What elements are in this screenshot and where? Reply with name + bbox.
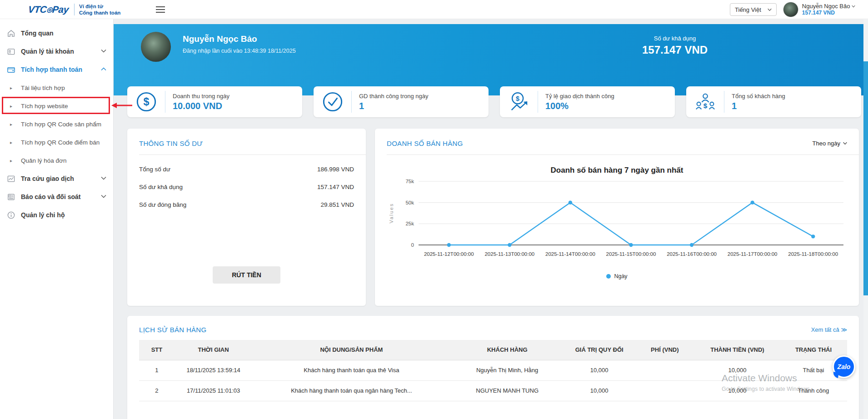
svg-text:2025-11-15T00:00:00: 2025-11-15T00:00:00	[606, 251, 656, 257]
svg-text:25k: 25k	[405, 221, 414, 226]
svg-text:$: $	[143, 96, 149, 108]
report-icon	[6, 192, 15, 201]
double-chevron-right-icon: ≫	[841, 326, 847, 333]
sales-history-panel: LỊCH SỬ BÁN HÀNG Xem tất cả ≫ STT THỜI G…	[127, 316, 859, 419]
avatar	[783, 2, 798, 17]
stat-card-success-rate: $ Tỷ lệ giao dịch thành công 100%	[500, 86, 675, 117]
logo-divider	[74, 4, 75, 15]
banner-last-login: Đăng nhập lần cuối vào 13:48:39 18/11/20…	[183, 48, 296, 54]
dollar-rate-icon: $	[500, 91, 538, 113]
stat-card-revenue: $ Doanh thu trong ngày 10.000 VND	[127, 86, 302, 117]
svg-text:2025-11-14T00:00:00: 2025-11-14T00:00:00	[545, 251, 595, 257]
table-header-row: STT THỜI GIAN NỘI DUNG/SẢN PHẨM KHÁCH HÀ…	[139, 340, 847, 360]
menu-toggle-icon[interactable]	[156, 6, 165, 13]
account-card-icon	[6, 47, 15, 56]
status-badge: Thành công	[780, 380, 847, 401]
col-status: TRẠNG THÁI	[780, 340, 847, 360]
banner-user-name: Nguyễn Ngọc Bảo	[183, 34, 257, 44]
balance-row-total: Tổng số dư 186.998 VND	[139, 166, 354, 173]
sidebar-item-quan-ly-tai-khoan[interactable]: Quản lý tài khoản	[0, 43, 114, 60]
logo-tagline: Ví điện tử Cổng thanh toán	[79, 3, 120, 16]
user-menu[interactable]: Nguyễn Ngọc Bảo 157.147 VND	[783, 2, 855, 17]
svg-text:2025-11-12T00:00:00: 2025-11-12T00:00:00	[424, 251, 474, 257]
view-all-link[interactable]: Xem tất cả ≫	[811, 326, 847, 333]
svg-text:0: 0	[411, 242, 414, 248]
vtcpay-logo-text: VTC◎Pay	[28, 4, 69, 15]
svg-text:2025-11-13T00:00:00: 2025-11-13T00:00:00	[484, 251, 534, 257]
divider	[139, 155, 366, 155]
col-content: NỘI DUNG/SẢN PHẨM	[252, 340, 450, 360]
sidebar-item-tich-hop-thanh-toan[interactable]: Tích hợp thanh toán	[0, 61, 114, 78]
chart-legend[interactable]: Ngày	[387, 273, 847, 279]
caret-right-icon: ▸	[10, 104, 15, 109]
sidebar-item-quan-ly-chi-ho[interactable]: Quản lý chi hộ	[0, 206, 114, 224]
sidebar-item-tich-hop-website[interactable]: ▸ Tích hợp website	[0, 97, 114, 115]
chevron-down-icon	[101, 195, 106, 198]
main-content: Nguyễn Ngọc Bảo Đăng nhập lần cuối vào 1…	[114, 19, 868, 419]
sales-chart-panel: DOANH SỐ BÁN HÀNG Theo ngày Doanh số bán…	[375, 129, 859, 306]
balance-info-panel: THÔNG TIN SỐ DƯ Tổng số dư 186.998 VND S…	[127, 129, 366, 306]
caret-right-icon: ▸	[10, 140, 15, 145]
svg-text:75k: 75k	[405, 179, 414, 184]
language-select[interactable]: Tiếng Việt	[730, 3, 777, 16]
chart-period-select[interactable]: Theo ngày	[813, 140, 847, 147]
divider	[387, 155, 859, 155]
line-chart-svg: 025k50k75kValues2025-11-12T00:00:002025-…	[387, 177, 847, 268]
avatar	[141, 32, 171, 62]
chevron-down-icon	[768, 8, 772, 12]
stat-card-customers: $ Tổng số khách hàng 1	[686, 86, 861, 117]
table-row[interactable]: 2 17/11/2025 11:01:03 Khách hàng thanh t…	[139, 380, 847, 401]
scrollbar-thumb[interactable]	[863, 61, 868, 295]
caret-right-icon: ▸	[10, 122, 15, 127]
col-value: GIÁ TRỊ QUY ĐỔI	[564, 340, 635, 360]
chevron-up-icon	[101, 67, 106, 71]
zalo-chat-button[interactable]: Zalo	[833, 355, 855, 378]
balance-panel-title: THÔNG TIN SỐ DƯ	[139, 140, 354, 147]
sidebar-item-tich-hop-qr-diem-ban[interactable]: ▸ Tích hợp QR Code điểm bán	[0, 134, 114, 151]
header-balance: 157.147 VND	[802, 10, 855, 16]
svg-text:$: $	[516, 95, 519, 102]
sales-panel-title: DOANH SỐ BÁN HÀNG	[387, 140, 463, 147]
customers-icon: $	[686, 91, 724, 113]
sidebar-item-tong-quan[interactable]: Tổng quan	[0, 25, 114, 42]
legend-label: Ngày	[614, 273, 627, 279]
svg-text:2025-11-18T00:00:00: 2025-11-18T00:00:00	[788, 251, 838, 257]
caret-right-icon: ▸	[10, 158, 15, 163]
sidebar-item-bao-cao-doi-soat[interactable]: Báo cáo và đối soát	[0, 188, 114, 205]
sidebar: Tổng quan Quản lý tài khoản Tích hợp tha…	[0, 19, 114, 419]
chevron-down-icon	[852, 5, 855, 8]
banner-available-balance: Số dư khả dụng 157.147 VND	[609, 35, 741, 56]
history-panel-title: LỊCH SỬ BÁN HÀNG	[139, 326, 206, 334]
sidebar-item-tai-lieu-tich-hop[interactable]: ▸ Tài liệu tích hợp	[0, 79, 114, 96]
line-chart-icon	[6, 174, 15, 183]
table-row[interactable]: 1 18/11/2025 13:59:14 Khách hàng thanh t…	[139, 360, 847, 380]
col-fee: PHÍ (VND)	[635, 340, 695, 360]
svg-text:2025-11-17T00:00:00: 2025-11-17T00:00:00	[728, 251, 778, 257]
sidebar-item-tra-cuu-giao-dich[interactable]: Tra cứu giao dịch	[0, 170, 114, 187]
vtcpay-logo: VTC◎Pay Ví điện tử Cổng thanh toán	[28, 3, 120, 16]
check-circle-icon	[314, 91, 352, 113]
chevron-down-icon	[843, 141, 847, 145]
col-customer: KHÁCH HÀNG	[451, 340, 564, 360]
col-total: THÀNH TIỀN (VND)	[695, 340, 780, 360]
svg-text:50k: 50k	[405, 200, 414, 205]
svg-text:Values: Values	[389, 203, 394, 224]
balance-row-available: Số dư khả dụng 157.147 VND	[139, 184, 354, 190]
home-icon	[6, 29, 15, 38]
svg-text:$: $	[703, 102, 707, 110]
legend-marker-icon	[606, 274, 611, 279]
col-time: THỜI GIAN	[175, 340, 252, 360]
col-stt: STT	[139, 340, 175, 360]
history-table: STT THỜI GIAN NỘI DUNG/SẢN PHẨM KHÁCH HÀ…	[139, 340, 847, 401]
profile-banner: Nguyễn Ngọc Bảo Đăng nhập lần cuối vào 1…	[114, 24, 863, 95]
chart-title: Doanh số bán hàng 7 ngày gần nhất	[387, 166, 847, 175]
line-chart: 025k50k75kValues2025-11-12T00:00:002025-…	[387, 177, 847, 269]
chevron-down-icon	[101, 49, 106, 53]
stat-card-success-transactions: GD thành công trong ngày 1	[314, 86, 489, 117]
top-header: VTC◎Pay Ví điện tử Cổng thanh toán Tiếng…	[0, 0, 868, 19]
withdraw-button[interactable]: RÚT TIỀN	[213, 266, 280, 284]
dollar-circle-icon: $	[127, 91, 165, 113]
sidebar-item-quan-ly-hoa-don[interactable]: ▸ Quản lý hóa đơn	[0, 152, 114, 169]
info-circle-icon	[6, 210, 15, 219]
sidebar-item-tich-hop-qr-san-pham[interactable]: ▸ Tích hợp QR Code sản phẩm	[0, 115, 114, 133]
